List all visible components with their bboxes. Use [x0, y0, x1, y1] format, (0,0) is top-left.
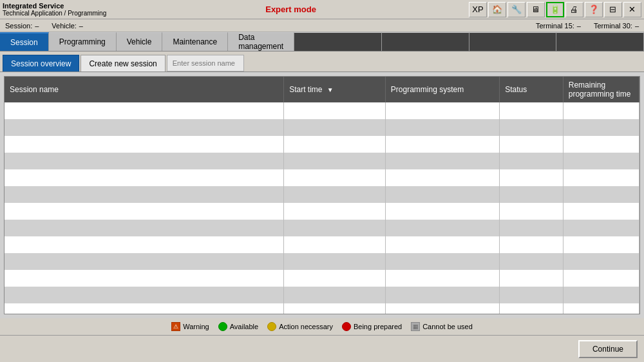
table-cell [385, 102, 499, 119]
tab-vehicle[interactable]: Vehicle [117, 32, 163, 51]
sort-arrow-icon: ▼ [327, 86, 334, 93]
session-status: Session: – [5, 22, 39, 30]
terminal30-label: Terminal 30: [594, 22, 632, 30]
toolbar-icons: XP 🏠 🔧 🖥 🔋 🖨 ❓ ⊟ ✕ [469, 2, 641, 17]
home-icon[interactable]: 🏠 [488, 2, 506, 17]
table-row[interactable] [5, 220, 639, 236]
table-cell [500, 220, 564, 236]
table-cell [385, 153, 499, 169]
subtab-session-overview[interactable]: Session overview [3, 55, 79, 71]
table-row[interactable] [5, 153, 639, 169]
app-info: Integrated Service Technical Application… [3, 2, 106, 17]
legend-cannot-be-used-label: Cannot be used [422, 323, 473, 330]
table-cell [563, 287, 639, 303]
battery-icon[interactable]: 🔋 [546, 2, 564, 17]
terminal30-value: – [635, 22, 639, 30]
table-row[interactable] [5, 136, 639, 153]
legend-available: ● Available [218, 322, 258, 331]
table-cell [500, 169, 564, 186]
col-session-name: Session name [5, 77, 284, 102]
tools-icon[interactable]: 🔧 [507, 2, 526, 17]
table-cell [563, 303, 639, 314]
table-cell [563, 186, 639, 203]
table-cell [284, 220, 386, 236]
vehicle-value: – [79, 22, 83, 30]
table-cell [284, 253, 386, 270]
table-cell [563, 236, 639, 253]
tab-session[interactable]: Session [0, 32, 49, 51]
table-row[interactable] [5, 119, 639, 136]
table-cell [284, 303, 386, 314]
table-row[interactable] [5, 236, 639, 253]
legend-cannot-be-used: ▦ Cannot be used [411, 322, 473, 331]
table-cell [500, 136, 564, 153]
table-row[interactable] [5, 102, 639, 119]
session-name-input[interactable] [173, 59, 238, 67]
table-row[interactable] [5, 169, 639, 186]
monitor-icon[interactable]: 🖥 [527, 2, 545, 17]
table-cell [385, 186, 499, 203]
help-icon[interactable]: ❓ [585, 2, 603, 17]
table-cell [385, 119, 499, 136]
legend-being-prepared-label: Being prepared [354, 323, 402, 330]
table-cell [563, 169, 639, 186]
continue-button[interactable]: Continue [578, 340, 638, 358]
tab-spacer-3 [469, 32, 557, 51]
legend-action-necessary: ● Action necessary [267, 322, 333, 331]
table-cell [284, 287, 386, 303]
sub-tabs: Session overview Create new session [0, 52, 644, 72]
col-programming-system: Programming system [385, 77, 499, 102]
table-cell [563, 270, 639, 287]
tab-programming[interactable]: Programming [49, 32, 117, 51]
tab-data-management[interactable]: Datamanagement [228, 32, 294, 51]
warning-icon: ⚠ [171, 322, 180, 331]
minimize-icon[interactable]: ⊟ [604, 2, 622, 17]
table-cell [385, 236, 499, 253]
table-cell [5, 303, 284, 314]
table-cell [5, 102, 284, 119]
table-cell [284, 119, 386, 136]
table-cell [284, 153, 386, 169]
table-row[interactable] [5, 253, 639, 270]
app-title: Integrated Service [3, 2, 106, 10]
col-remaining-time: Remaining programming time [563, 77, 639, 102]
col-status: Status [500, 77, 564, 102]
table-cell [284, 169, 386, 186]
vehicle-status: Vehicle: – [52, 22, 83, 30]
table-cell [284, 270, 386, 287]
table-cell [5, 203, 284, 220]
xp-button[interactable]: XP [469, 2, 487, 17]
status-bar: Session: – Vehicle: – Terminal 15: – Ter… [0, 19, 644, 32]
table-row[interactable] [5, 303, 639, 314]
app-subtitle: Technical Application / Programming [3, 10, 106, 17]
main-content: Session name Start time ▼ Programming sy… [4, 76, 640, 314]
table-cell [500, 303, 564, 314]
tab-maintenance[interactable]: Maintenance [162, 32, 228, 51]
table-cell [5, 287, 284, 303]
table-cell [563, 203, 639, 220]
top-bar: Integrated Service Technical Application… [0, 0, 644, 19]
table-cell [500, 186, 564, 203]
legend-warning: ⚠ Warning [171, 322, 209, 331]
table-cell [563, 102, 639, 119]
table-row[interactable] [5, 186, 639, 203]
sessions-table: Session name Start time ▼ Programming sy… [5, 77, 639, 314]
subtab-create-new-session[interactable]: Create new session [80, 55, 165, 71]
print-icon[interactable]: 🖨 [565, 2, 583, 17]
table-cell [5, 270, 284, 287]
table-cell [500, 270, 564, 287]
table-cell [5, 236, 284, 253]
table-row[interactable] [5, 270, 639, 287]
table-row[interactable] [5, 287, 639, 303]
table-cell [385, 203, 499, 220]
table-cell [284, 136, 386, 153]
legend-warning-label: Warning [183, 323, 209, 330]
table-cell [385, 136, 499, 153]
table-cell [385, 220, 499, 236]
table-row[interactable] [5, 203, 639, 220]
close-icon[interactable]: ✕ [623, 2, 641, 17]
table-cell [284, 203, 386, 220]
table-cell [385, 270, 499, 287]
terminal15-status: Terminal 15: – [536, 22, 581, 30]
col-start-time[interactable]: Start time ▼ [284, 77, 386, 102]
